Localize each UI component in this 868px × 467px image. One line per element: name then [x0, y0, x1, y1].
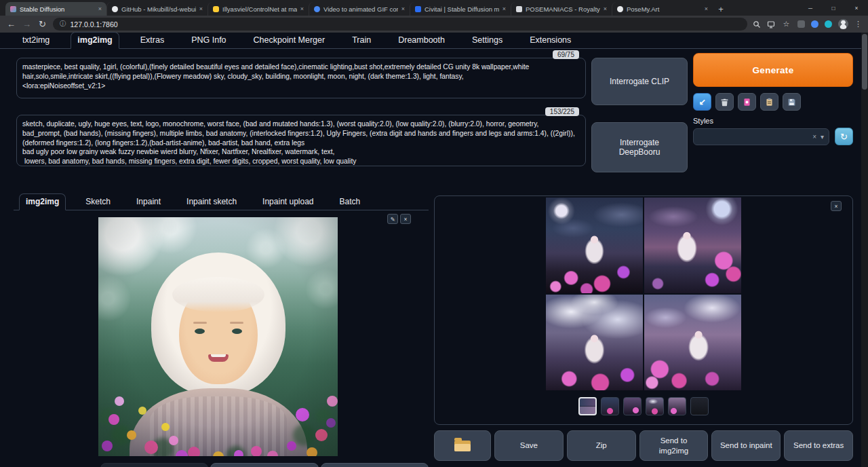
- mode-tab-inpaint-sketch[interactable]: Inpaint sketch: [180, 194, 243, 210]
- browser-menu-icon[interactable]: ⋮: [854, 20, 862, 29]
- apply-styles-button[interactable]: [760, 93, 778, 111]
- paste-generation-params-button[interactable]: ↙: [693, 93, 711, 111]
- window-close-button[interactable]: ×: [845, 0, 868, 16]
- site-info-icon[interactable]: ⓘ: [60, 20, 66, 29]
- generated-image-2[interactable]: [644, 198, 741, 293]
- copy-to-img2img-button[interactable]: img2img: [100, 463, 208, 467]
- tab-close-icon[interactable]: ×: [98, 5, 102, 12]
- tab-close-icon[interactable]: ×: [401, 5, 405, 12]
- search-icon[interactable]: [753, 20, 761, 29]
- positive-prompt-input[interactable]: masterpiece, best quality, 1girl, (color…: [16, 58, 586, 98]
- save-button[interactable]: Save: [494, 430, 564, 461]
- bookmark-star-icon[interactable]: ☆: [781, 20, 791, 29]
- tab-checkpoint-merger[interactable]: Checkpoint Merger: [248, 33, 332, 48]
- generated-image-4[interactable]: [644, 295, 741, 390]
- card-icon: [743, 98, 751, 107]
- interrogate-deepbooru-button[interactable]: Interrogate DeepBooru: [591, 122, 688, 172]
- tab-extensions[interactable]: Extensions: [524, 33, 577, 48]
- negative-prompt-input[interactable]: sketch, duplicate, ugly, huge eyes, text…: [16, 115, 586, 166]
- img2img-source-image[interactable]: [98, 217, 338, 456]
- tab-title: Stable Diffusion: [20, 5, 95, 13]
- interrogate-clip-button[interactable]: Interrogate CLIP: [591, 58, 688, 105]
- tab-title: PoseMy.Art: [627, 5, 701, 13]
- remove-image-icon[interactable]: ×: [400, 214, 411, 224]
- copy-to-inpaint-button[interactable]: inpaint: [321, 463, 429, 467]
- extra-networks-button[interactable]: [738, 93, 756, 111]
- extension-icon[interactable]: [811, 20, 818, 28]
- image-stage: ✎ ×: [14, 210, 429, 456]
- mode-tab-sketch[interactable]: Sketch: [79, 194, 117, 210]
- send-to-inpaint-button[interactable]: Send to inpaint: [711, 430, 781, 461]
- generated-image-3[interactable]: [546, 295, 643, 390]
- generated-image-1[interactable]: [546, 198, 643, 293]
- tab-txt2img[interactable]: txt2img: [16, 33, 56, 48]
- generated-image-grid[interactable]: [546, 198, 741, 390]
- clear-prompt-button[interactable]: [715, 93, 734, 111]
- tab-img2img[interactable]: img2img: [71, 32, 119, 49]
- tab-train[interactable]: Train: [346, 33, 377, 48]
- minimize-button[interactable]: ─: [799, 0, 822, 16]
- styles-dropdown[interactable]: × ▾: [693, 128, 829, 145]
- browser-tab-civitai[interactable]: Civitai | Stable Diffusion model... ×: [410, 2, 511, 16]
- new-tab-button[interactable]: +: [713, 2, 729, 16]
- browser-tab-controlnet[interactable]: Illyasviel/ControlNet at main ×: [208, 2, 309, 16]
- send-to-img2img-button[interactable]: Send to img2img: [639, 430, 709, 461]
- edit-image-icon[interactable]: ✎: [387, 214, 398, 224]
- maximize-button[interactable]: □: [822, 0, 845, 16]
- tab-close-icon[interactable]: ×: [705, 5, 708, 12]
- extension-icon[interactable]: [825, 20, 832, 28]
- profile-avatar[interactable]: [838, 19, 848, 29]
- mode-tab-inpaint-upload[interactable]: Inpaint upload: [256, 194, 319, 210]
- tab-png-info[interactable]: PNG Info: [185, 33, 232, 48]
- save-style-button[interactable]: [783, 93, 801, 111]
- tab-dreambooth[interactable]: Dreambooth: [392, 33, 451, 48]
- browser-tab-github[interactable]: GitHub - Mikubill/sd-webui-con... ×: [106, 2, 208, 16]
- thumbnail-3[interactable]: [646, 397, 664, 415]
- thumbnail-2[interactable]: [623, 397, 642, 415]
- tab-close-icon[interactable]: ×: [502, 5, 506, 12]
- back-button[interactable]: ←: [6, 19, 16, 29]
- extension-icon[interactable]: [797, 20, 805, 28]
- browser-tab-posemaniacs[interactable]: POSEMANIACS - Royalty free 3... ×: [511, 2, 612, 16]
- tab-settings[interactable]: Settings: [466, 33, 509, 48]
- tab-title: Video to animated GIF converter: [323, 5, 398, 13]
- tab-close-icon[interactable]: ×: [300, 5, 304, 12]
- huggingface-favicon: [213, 6, 219, 12]
- floppy-icon: [787, 98, 796, 107]
- copy-image-row: Copy image to: img2img sketch inpaint: [14, 463, 429, 467]
- share-icon[interactable]: [767, 20, 775, 29]
- clear-selection-icon[interactable]: ×: [812, 133, 816, 141]
- tab-close-icon[interactable]: ×: [604, 5, 607, 12]
- page-scrollbar: [861, 33, 868, 467]
- copy-to-sketch-button[interactable]: sketch: [210, 463, 318, 467]
- tab-close-icon[interactable]: ×: [199, 5, 203, 12]
- forward-button[interactable]: →: [22, 19, 32, 29]
- scrollbar-thumb[interactable]: [862, 34, 867, 90]
- zip-button[interactable]: Zip: [567, 430, 636, 461]
- stable-diffusion-favicon: [10, 6, 16, 12]
- mode-tab-batch[interactable]: Batch: [334, 194, 367, 210]
- github-favicon: [112, 6, 118, 12]
- gallery-close-icon[interactable]: ×: [831, 201, 842, 211]
- styles-refresh-button[interactable]: ↻: [835, 128, 853, 145]
- thumbnail-4[interactable]: [668, 397, 686, 415]
- browser-tab-stable-diffusion[interactable]: Stable Diffusion ×: [5, 2, 106, 16]
- send-to-extras-button[interactable]: Send to extras: [784, 430, 853, 461]
- posemaniacs-favicon: [516, 6, 522, 12]
- address-bar[interactable]: ⓘ 127.0.0.1:7860: [53, 18, 747, 31]
- browser-nav-bar: ← → ↻ ⓘ 127.0.0.1:7860 ☆ ⋮: [0, 16, 868, 33]
- open-folder-button[interactable]: [434, 430, 491, 461]
- thumbnail-1[interactable]: [601, 397, 619, 415]
- civitai-favicon: [415, 6, 421, 12]
- browser-tab-gif-converter[interactable]: Video to animated GIF converter ×: [309, 2, 410, 16]
- reload-button[interactable]: ↻: [37, 19, 47, 29]
- mode-tab-inpaint[interactable]: Inpaint: [130, 194, 167, 210]
- browser-tab-posemyart[interactable]: PoseMy.Art ×: [612, 2, 713, 16]
- tab-extras[interactable]: Extras: [134, 33, 170, 48]
- thumbnail-grid[interactable]: [578, 397, 597, 415]
- generate-button[interactable]: Generate: [693, 53, 853, 87]
- mode-tab-img2img[interactable]: img2img: [19, 193, 66, 210]
- browser-tab-strip: Stable Diffusion × GitHub - Mikubill/sd-…: [0, 0, 868, 16]
- thumbnail-5[interactable]: [690, 397, 709, 415]
- image-tools: ✎ ×: [387, 214, 411, 224]
